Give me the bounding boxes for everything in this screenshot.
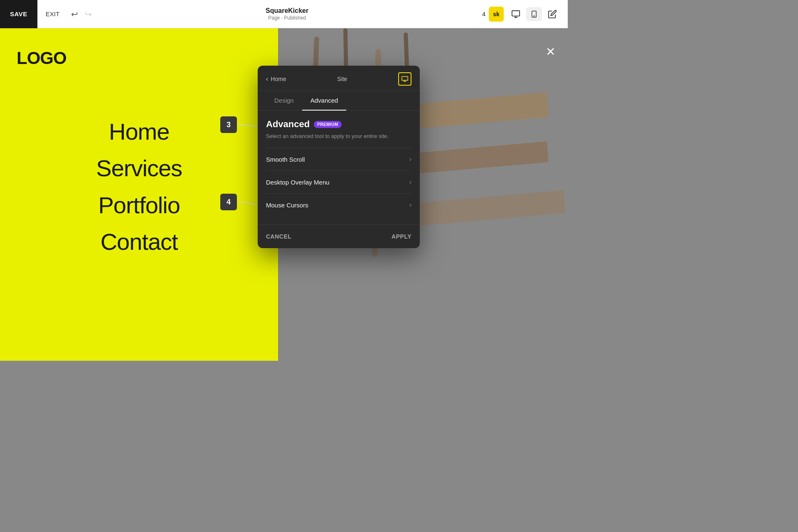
menu-label-desktop-overlay: Desktop Overlay Menu bbox=[266, 179, 330, 186]
toolbar-right: sk bbox=[489, 7, 568, 22]
menu-item-desktop-overlay[interactable]: Desktop Overlay Menu › bbox=[266, 170, 411, 193]
nav-contact: Contact bbox=[101, 226, 178, 258]
exit-button[interactable]: EXIT bbox=[37, 0, 68, 28]
undo-icon: ↩ bbox=[71, 9, 78, 19]
sk-logo-icon: sk bbox=[489, 7, 504, 22]
desktop-view-button[interactable] bbox=[507, 7, 525, 21]
canvas: LOGO Home Services Portfolio Contact ✕ 3… bbox=[0, 28, 568, 361]
notification-count: 4 bbox=[479, 11, 489, 17]
tab-design[interactable]: Design bbox=[266, 91, 302, 111]
toolbar-center: SquareKicker Page · Published bbox=[95, 7, 479, 21]
apply-button[interactable]: APPLY bbox=[392, 233, 411, 240]
redo-icon: ↪ bbox=[85, 9, 92, 19]
svg-point-4 bbox=[534, 15, 534, 16]
save-button[interactable]: SAVE bbox=[0, 0, 37, 28]
advanced-title: Advanced bbox=[266, 119, 310, 130]
close-button[interactable]: ✕ bbox=[546, 45, 555, 59]
chevron-right-icon-3: › bbox=[409, 201, 411, 209]
svg-rect-6 bbox=[402, 76, 408, 80]
mobile-view-button[interactable] bbox=[526, 7, 542, 21]
close-icon: ✕ bbox=[546, 45, 555, 58]
nav-items: Home Services Portfolio Contact bbox=[0, 82, 278, 259]
cancel-button[interactable]: CANCEL bbox=[266, 233, 291, 240]
monitor-icon bbox=[511, 10, 520, 19]
page-subtitle: Page · Published bbox=[268, 15, 306, 21]
tab-advanced[interactable]: Advanced bbox=[302, 91, 347, 111]
panel: ‹ Home Site Design Advanced Advanced PRE… bbox=[258, 66, 420, 248]
panel-footer: CANCEL APPLY bbox=[258, 224, 420, 248]
panel-tabs: Design Advanced bbox=[258, 91, 420, 111]
step-badge-4: 4 bbox=[220, 194, 237, 210]
menu-label-mouse-cursors: Mouse Cursors bbox=[266, 202, 308, 209]
menu-item-mouse-cursors[interactable]: Mouse Cursors › bbox=[266, 193, 411, 216]
panel-body: Advanced PREMIUM Select an advanced tool… bbox=[258, 111, 420, 224]
panel-monitor-icon bbox=[398, 72, 411, 86]
undo-button[interactable]: ↩ bbox=[68, 0, 81, 28]
nav-home: Home bbox=[109, 116, 169, 148]
redo-button[interactable]: ↪ bbox=[81, 0, 95, 28]
premium-badge: PREMIUM bbox=[314, 121, 342, 128]
panel-header: ‹ Home Site bbox=[258, 66, 420, 91]
chevron-right-icon: › bbox=[409, 155, 411, 163]
svg-rect-0 bbox=[512, 10, 520, 16]
menu-label-smooth-scroll: Smooth Scroll bbox=[266, 156, 305, 163]
nav-portfolio: Portfolio bbox=[98, 189, 180, 222]
mobile-icon bbox=[530, 10, 538, 19]
panel-back-label: Home bbox=[271, 76, 286, 82]
nav-services: Services bbox=[96, 152, 182, 185]
panel-back-button[interactable]: ‹ Home bbox=[266, 75, 286, 83]
chevron-left-icon: ‹ bbox=[266, 75, 268, 83]
panel-site-label: Site bbox=[337, 76, 347, 82]
toolbar: SAVE EXIT ↩ ↪ SquareKicker Page · Publis… bbox=[0, 0, 568, 28]
advanced-desc: Select an advanced tool to apply to your… bbox=[266, 133, 411, 139]
page-title: SquareKicker bbox=[266, 7, 308, 15]
advanced-heading: Advanced PREMIUM bbox=[266, 119, 411, 130]
step-badge-3: 3 bbox=[220, 116, 237, 133]
chevron-right-icon-2: › bbox=[409, 178, 411, 186]
site-logo: LOGO bbox=[17, 48, 66, 68]
edit-tool-button[interactable] bbox=[544, 7, 561, 21]
edit-icon bbox=[548, 10, 557, 19]
menu-item-smooth-scroll[interactable]: Smooth Scroll › bbox=[266, 148, 411, 170]
